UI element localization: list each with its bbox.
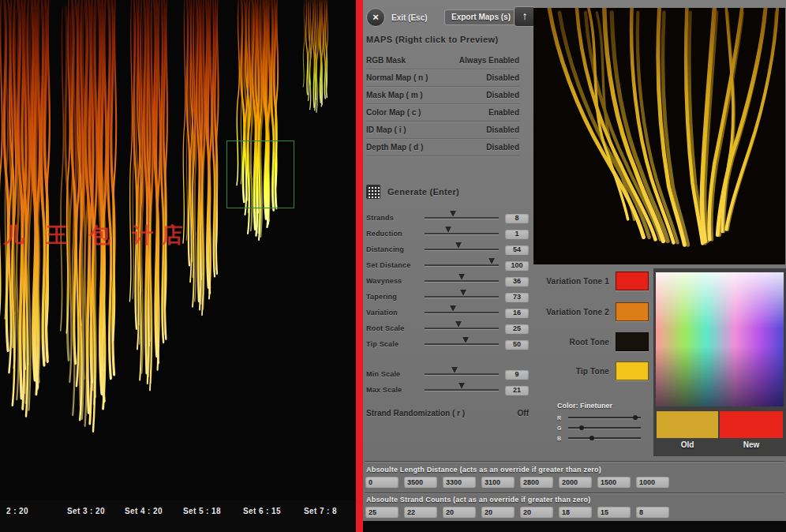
strand-set-6[interactable]: [231, 0, 286, 253]
slider-value[interactable]: 73: [505, 292, 529, 302]
finetuner-row-r: R: [557, 414, 641, 421]
length-input-5[interactable]: [559, 476, 592, 488]
map-label: RGB Mask: [366, 56, 406, 65]
slider-label: Min Scale: [366, 370, 425, 378]
slider-thumb[interactable]: [445, 227, 451, 233]
slider-label: Wavyness: [366, 277, 425, 285]
tip-tone-swatch[interactable]: [616, 362, 649, 380]
slider-thumb[interactable]: [451, 367, 458, 373]
slider-row-set-distance: Set Distance 100: [366, 259, 529, 272]
tapering-slider[interactable]: [425, 296, 499, 298]
slider-label: Distancing: [366, 245, 425, 253]
map-row-normal-map[interactable]: Normal Map ( n ) Disabled: [366, 69, 519, 87]
panel-footer: [363, 521, 786, 532]
length-override-label: Absoulte Length Distance (acts as an ove…: [366, 466, 601, 474]
map-label: Color Map ( c ): [366, 108, 421, 117]
length-input-6[interactable]: [597, 476, 631, 488]
map-row-mask-map[interactable]: Mask Map ( m ) Disabled: [366, 87, 519, 104]
slider-thumb[interactable]: [458, 383, 465, 389]
slider-row-max-scale: Max Scale 21: [366, 384, 529, 396]
old-label: Old: [657, 440, 718, 449]
maps-list: RGB Mask Always Enabled Normal Map ( n )…: [366, 52, 519, 156]
variation-tone-1-swatch[interactable]: [616, 272, 649, 290]
map-row-depth-map[interactable]: Depth Map ( d ) Disabled: [366, 139, 519, 156]
strand-set-5[interactable]: [178, 0, 226, 332]
strand-set-7[interactable]: [300, 0, 333, 118]
max-scale-slider[interactable]: [425, 389, 499, 391]
slider-label: Root Scale: [366, 324, 425, 332]
length-override-row: [365, 476, 669, 488]
slider-value[interactable]: 54: [505, 245, 529, 255]
slider-thumb[interactable]: [579, 425, 584, 430]
tone-row: Tip Tone: [462, 362, 649, 380]
slider-thumb[interactable]: [455, 321, 462, 328]
channel-label: R: [557, 415, 563, 421]
map-row-id-map[interactable]: ID Map ( i ) Disabled: [366, 122, 519, 139]
slider-thumb[interactable]: [450, 211, 456, 217]
map-status: Disabled: [486, 126, 519, 134]
length-input-0[interactable]: [365, 476, 399, 488]
blue-finetune-slider[interactable]: [568, 437, 641, 439]
root-tone-swatch[interactable]: [616, 332, 649, 351]
length-input-3[interactable]: [481, 476, 515, 488]
red-finetune-slider[interactable]: [568, 417, 641, 418]
set-label: Set 6 : 15: [243, 507, 281, 515]
distancing-slider[interactable]: [425, 249, 499, 250]
map-row-color-map[interactable]: Color Map ( c ) Enabled: [366, 104, 519, 122]
strands-slider[interactable]: [425, 217, 499, 219]
slider-thumb[interactable]: [460, 290, 466, 296]
map-row-rgb-mask[interactable]: RGB Mask Always Enabled: [366, 52, 519, 69]
slider-value[interactable]: 8: [505, 213, 529, 223]
variation-tone-2-swatch[interactable]: [616, 302, 649, 321]
finetuner-row-g: G: [557, 424, 641, 432]
map-status: Disabled: [486, 143, 519, 152]
hue-saturation-picker[interactable]: [656, 272, 784, 406]
count-input-7[interactable]: [636, 506, 669, 518]
slider-value[interactable]: 21: [505, 385, 529, 395]
strand-set-4[interactable]: [125, 0, 175, 410]
count-input-4[interactable]: [520, 506, 553, 518]
tone-label: Root Tone: [570, 338, 610, 347]
set-distance-slider[interactable]: [425, 264, 499, 266]
new-color-swatch[interactable]: [720, 411, 783, 438]
count-input-3[interactable]: [481, 506, 515, 518]
close-icon[interactable]: ×: [366, 8, 385, 27]
slider-thumb[interactable]: [633, 415, 638, 420]
export-maps-button[interactable]: Export Maps (s): [444, 9, 518, 25]
strand-preview: [533, 8, 785, 264]
map-label: Normal Map ( n ): [366, 73, 428, 82]
length-input-7[interactable]: [636, 476, 669, 488]
count-override-row: [365, 506, 669, 518]
map-label: ID Map ( i ): [366, 126, 406, 134]
count-input-2[interactable]: [443, 506, 476, 518]
map-status: Disabled: [486, 91, 519, 99]
count-input-6[interactable]: [597, 506, 631, 518]
count-input-1[interactable]: [404, 506, 437, 518]
strand-viewport[interactable]: 儿 王 包 计店 2 : 20 Set 3 : 20 Set 4 : 20 Se…: [0, 0, 356, 532]
map-label: Mask Map ( m ): [366, 91, 423, 99]
green-finetune-slider[interactable]: [568, 427, 641, 429]
maps-section-header: MAPS (Right click to Preview): [366, 35, 498, 44]
upload-arrow-icon[interactable]: ↑: [514, 6, 536, 27]
length-input-4[interactable]: [520, 476, 553, 488]
slider-thumb[interactable]: [590, 436, 594, 440]
slider-thumb[interactable]: [450, 305, 456, 312]
count-input-5[interactable]: [559, 506, 592, 518]
slider-value[interactable]: 100: [505, 260, 529, 271]
slider-value[interactable]: 1: [505, 229, 529, 239]
length-input-1[interactable]: [404, 476, 437, 488]
exit-button[interactable]: × Exit (Esc): [366, 8, 428, 27]
tone-row: Variation Tone 1: [462, 272, 649, 290]
old-color-swatch[interactable]: [657, 411, 718, 438]
length-input-2[interactable]: [443, 476, 476, 488]
strand-randomization-toggle[interactable]: Strand Randomization ( r ) Off: [366, 409, 529, 418]
slider-thumb[interactable]: [488, 258, 495, 264]
map-status: Enabled: [488, 108, 519, 117]
root-scale-slider[interactable]: [425, 328, 499, 329]
strand-set-2[interactable]: [0, 0, 60, 438]
tone-row: Root Tone: [462, 332, 649, 351]
slider-thumb[interactable]: [455, 242, 462, 249]
count-input-0[interactable]: [365, 506, 399, 518]
reduction-slider[interactable]: [425, 233, 499, 234]
generate-button[interactable]: Generate (Enter): [366, 185, 459, 199]
